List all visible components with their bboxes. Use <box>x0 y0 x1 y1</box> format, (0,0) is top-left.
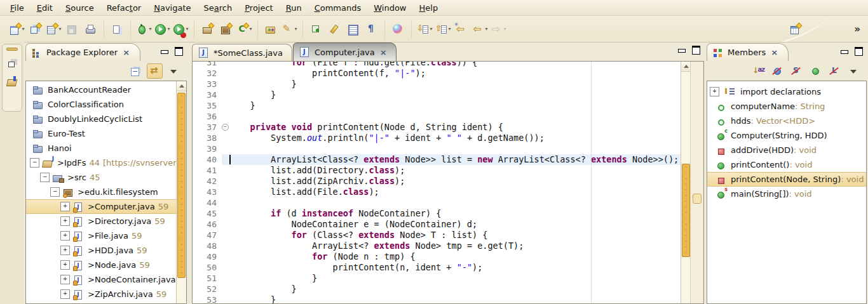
code-text[interactable]: ArrayList<Class<? extends Node>> list = … <box>229 154 681 165</box>
drag-grip[interactable] <box>6 48 18 51</box>
toggle-mark-occurrences-button[interactable] <box>325 20 344 38</box>
minimize-button[interactable] <box>678 49 686 53</box>
tree-expander-plus[interactable]: + <box>60 231 70 241</box>
menu-search[interactable]: Search <box>198 1 239 15</box>
tree-item[interactable]: Hanoi <box>26 141 177 155</box>
new-java-class-button[interactable]: ▾ <box>235 20 254 38</box>
tree-expander-plus[interactable]: + <box>60 216 70 226</box>
dropdown-arrow-icon[interactable]: ▾ <box>294 26 297 32</box>
menu-project[interactable]: Project <box>238 1 280 15</box>
run-button[interactable]: ▾ <box>153 20 172 38</box>
package-explorer-scrollbar[interactable] <box>176 81 186 303</box>
tree-expander-plus[interactable]: + <box>60 260 70 270</box>
menu-file[interactable]: File <box>4 1 31 15</box>
code-text[interactable]: for (File f : hdd.get(File.class)) { <box>229 61 681 68</box>
new-editor-window-button[interactable] <box>26 20 44 38</box>
open-web-browser-button[interactable] <box>389 20 407 38</box>
dropdown-arrow-icon[interactable]: ▾ <box>430 26 432 32</box>
editor-tab-someclassjava[interactable]: *SomeClass.java <box>192 44 292 61</box>
code-text[interactable]: for (Class<? extends Node> T : list) { <box>229 230 681 241</box>
save-button[interactable] <box>63 20 81 38</box>
scroll-up-arrow[interactable] <box>681 62 691 72</box>
tree-expander-plus[interactable]: + <box>60 202 70 211</box>
member-item[interactable]: addDrive(HDD) : void <box>707 143 866 157</box>
code-text[interactable]: } <box>229 284 681 294</box>
new-wizard-button[interactable]: ▾ <box>8 20 26 38</box>
member-item[interactable]: computerName : String <box>707 99 866 114</box>
hide-static-members-button[interactable] <box>789 63 804 79</box>
new-fast-view-button[interactable] <box>786 20 804 38</box>
close-icon[interactable]: × <box>380 48 387 57</box>
code-text[interactable]: System.out.println("|-" + ident + " " + … <box>229 133 681 143</box>
next-annotation-button[interactable]: ▾ <box>416 20 434 38</box>
menu-help[interactable]: Help <box>413 1 445 15</box>
clipboard-pages-button[interactable] <box>108 20 126 38</box>
member-item[interactable]: +import declarations <box>707 84 866 99</box>
tree-item[interactable]: −> edu.kit.filesystem <box>26 185 177 199</box>
code-text[interactable]: printContent(n, ident + "-"); <box>229 262 681 273</box>
code-text[interactable]: for (Node n : tmp) { <box>229 251 681 262</box>
collapse-all-button[interactable] <box>128 63 144 79</box>
menu-edit[interactable]: Edit <box>31 1 59 15</box>
tree-expander-minus[interactable]: − <box>50 187 60 197</box>
dropdown-arrow-icon[interactable]: ▾ <box>149 26 151 32</box>
dropdown-arrow-icon[interactable]: ▾ <box>448 26 451 32</box>
collapse-marker-icon[interactable]: − <box>222 124 229 131</box>
tree-item[interactable]: +> Directory.java59 <box>26 214 177 228</box>
code-text[interactable] <box>229 143 681 154</box>
code-text[interactable]: } <box>229 89 681 100</box>
run-external-tools-button[interactable]: ▾ <box>172 20 190 38</box>
code-text[interactable]: printContent(f, "|-"); <box>229 68 681 79</box>
hide-fields-button[interactable] <box>770 63 785 79</box>
code-text[interactable]: ArrayList<? extends Node> tmp = e.get(T)… <box>229 241 681 251</box>
code-text[interactable] <box>229 197 681 208</box>
tree-expander-plus[interactable]: + <box>710 87 719 96</box>
sort-by-name-button[interactable] <box>750 63 766 79</box>
tree-item[interactable]: +> NodeContainer.java59 <box>26 272 177 287</box>
code-text[interactable]: NodeContainer e = (NodeContainer) d; <box>229 219 681 230</box>
menu-refactor[interactable]: Refactor <box>100 1 148 15</box>
tree-item[interactable]: +> HDD.java59 <box>26 243 177 258</box>
member-item[interactable]: cComputer(String, HDD) <box>707 128 866 143</box>
overview-annotation[interactable] <box>693 194 702 204</box>
code-text[interactable]: list.add(Directory.class); <box>229 165 681 176</box>
member-item[interactable]: smain(String[]) : void <box>707 187 866 201</box>
member-item[interactable]: printContent(Node, String) : void <box>707 172 866 187</box>
dropdown-arrow-icon[interactable]: ▾ <box>249 26 252 32</box>
scrollbar-thumb[interactable] <box>177 93 186 278</box>
view-menu-button[interactable] <box>166 63 182 79</box>
dropdown-arrow-icon[interactable]: ▾ <box>22 26 24 32</box>
code-text[interactable]: } <box>229 79 681 89</box>
dropdown-arrow-icon[interactable]: ▾ <box>58 26 61 32</box>
maximize-button[interactable] <box>692 46 700 55</box>
tree-item[interactable]: +> ZipArchiv.java59 <box>26 287 177 301</box>
tree-expander-plus[interactable]: + <box>60 275 70 284</box>
editor-tab-computerjava[interactable]: Computer.java× <box>293 43 397 61</box>
close-icon[interactable]: × <box>771 48 778 57</box>
package-explorer-view-tab[interactable]: Package Explorer × <box>25 43 140 61</box>
tree-item[interactable]: +> Computer.java59 <box>26 199 177 214</box>
members-view-tab[interactable]: Members × <box>707 43 789 61</box>
code-text[interactable] <box>229 111 681 122</box>
new-java-project-button[interactable] <box>198 20 217 38</box>
debug-button[interactable]: ▾ <box>135 20 153 38</box>
back-button[interactable]: ▾ <box>471 20 489 38</box>
maximize-button[interactable] <box>175 47 183 56</box>
new-java-package-button[interactable] <box>217 20 235 38</box>
editor-code[interactable]: 31 for (File f : hdd.get(File.class)) {3… <box>193 61 681 304</box>
minimize-button[interactable] <box>161 50 168 54</box>
last-edit-location-button[interactable] <box>452 20 471 38</box>
code-text[interactable]: } <box>229 100 681 111</box>
forward-button[interactable]: ▾ <box>489 20 508 38</box>
new-view-button[interactable]: ▾ <box>44 20 63 38</box>
dropdown-arrow-icon[interactable]: ▾ <box>167 26 170 32</box>
dropdown-arrow-icon[interactable]: ▾ <box>503 26 506 32</box>
tree-item[interactable]: −> IpdFs44[https://svnserver.i <box>26 155 177 170</box>
previous-annotation-button[interactable]: ▾ <box>434 20 452 38</box>
code-text[interactable]: list.add(ZipArchiv.class); <box>229 176 681 187</box>
menu-navigate[interactable]: Navigate <box>147 1 197 15</box>
tree-expander-minus[interactable]: − <box>30 158 39 168</box>
member-item[interactable]: printContent() : void <box>707 157 866 172</box>
print-button[interactable] <box>81 20 100 38</box>
member-item[interactable]: hdds : Vector<HDD> <box>707 114 866 128</box>
